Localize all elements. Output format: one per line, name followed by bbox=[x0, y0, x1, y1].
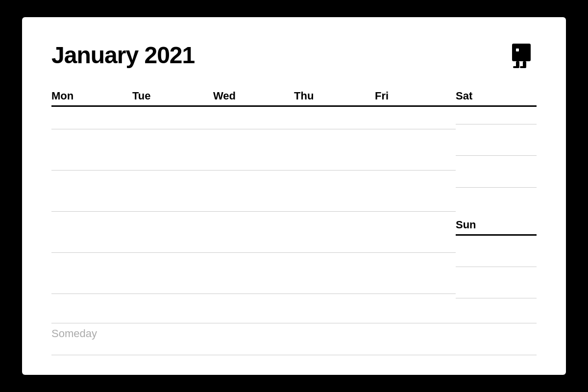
col-fri: Fri bbox=[375, 90, 456, 314]
main-area: Mon Tue bbox=[51, 90, 537, 355]
col-lines-fri bbox=[375, 109, 456, 315]
someday-label: Someday bbox=[51, 327, 537, 340]
line bbox=[456, 298, 537, 298]
line bbox=[213, 211, 294, 212]
line bbox=[375, 294, 456, 294]
col-tue: Tue bbox=[132, 90, 213, 314]
line bbox=[213, 252, 294, 253]
sun-label-area: Sun bbox=[456, 219, 537, 236]
month-title: January 2021 bbox=[51, 42, 195, 69]
line bbox=[456, 124, 537, 124]
day-label-wed: Wed bbox=[213, 90, 294, 102]
col-header-mon: Mon bbox=[51, 90, 132, 109]
col-header-fri: Fri bbox=[375, 90, 456, 109]
cols-wrapper: Mon Tue bbox=[51, 90, 537, 314]
line bbox=[375, 211, 456, 212]
day-label-tue: Tue bbox=[132, 90, 213, 102]
line bbox=[51, 211, 132, 212]
header-line-wed bbox=[213, 105, 294, 107]
col-header-tue: Tue bbox=[132, 90, 213, 109]
header-line-sun bbox=[456, 234, 537, 236]
line bbox=[294, 211, 375, 212]
line bbox=[294, 170, 375, 171]
line bbox=[132, 294, 213, 294]
line bbox=[375, 170, 456, 171]
line bbox=[132, 252, 213, 253]
header-line-fri bbox=[375, 105, 456, 107]
line bbox=[213, 294, 294, 294]
header-line-thu bbox=[294, 105, 375, 107]
line bbox=[294, 129, 375, 129]
day-label-thu: Thu bbox=[294, 90, 375, 102]
col-thu: Thu bbox=[294, 90, 375, 314]
col-header-thu: Thu bbox=[294, 90, 375, 109]
day-label-sat: Sat bbox=[456, 90, 537, 102]
col-wed: Wed bbox=[213, 90, 294, 314]
col-lines-thu bbox=[294, 109, 375, 315]
calendar-card: January 2021 Mon bbox=[22, 17, 566, 375]
line bbox=[375, 129, 456, 129]
line bbox=[132, 129, 213, 129]
svg-rect-1 bbox=[516, 49, 519, 51]
line bbox=[456, 267, 537, 267]
day-label-fri: Fri bbox=[375, 90, 456, 102]
header: January 2021 bbox=[51, 42, 537, 70]
col-header-wed: Wed bbox=[213, 90, 294, 109]
line bbox=[132, 170, 213, 171]
svg-rect-6 bbox=[520, 66, 526, 68]
col-mon: Mon bbox=[51, 90, 132, 314]
line bbox=[456, 187, 537, 188]
line bbox=[51, 252, 132, 253]
line bbox=[132, 211, 213, 212]
col-sat-sun: Sat Sun bbox=[456, 90, 537, 314]
line bbox=[51, 294, 132, 294]
col-lines-wed bbox=[213, 109, 294, 315]
sat-lines: Sun bbox=[456, 109, 537, 315]
day-label-sun: Sun bbox=[456, 219, 537, 231]
header-line-sat bbox=[456, 105, 537, 107]
line bbox=[213, 170, 294, 171]
someday-line bbox=[51, 355, 537, 355]
line bbox=[294, 252, 375, 253]
line bbox=[51, 170, 132, 171]
col-lines-tue bbox=[132, 109, 213, 315]
header-line-tue bbox=[132, 105, 213, 107]
col-lines-mon bbox=[51, 109, 132, 315]
line bbox=[294, 294, 375, 294]
svg-rect-5 bbox=[513, 66, 519, 68]
line bbox=[51, 129, 132, 129]
mascot-icon bbox=[508, 42, 537, 70]
col-header-sat: Sat bbox=[456, 90, 537, 109]
someday-section: Someday bbox=[51, 323, 537, 355]
line bbox=[213, 129, 294, 129]
line bbox=[456, 155, 537, 156]
line bbox=[375, 252, 456, 253]
day-label-mon: Mon bbox=[51, 90, 132, 102]
header-line-mon bbox=[51, 105, 132, 107]
